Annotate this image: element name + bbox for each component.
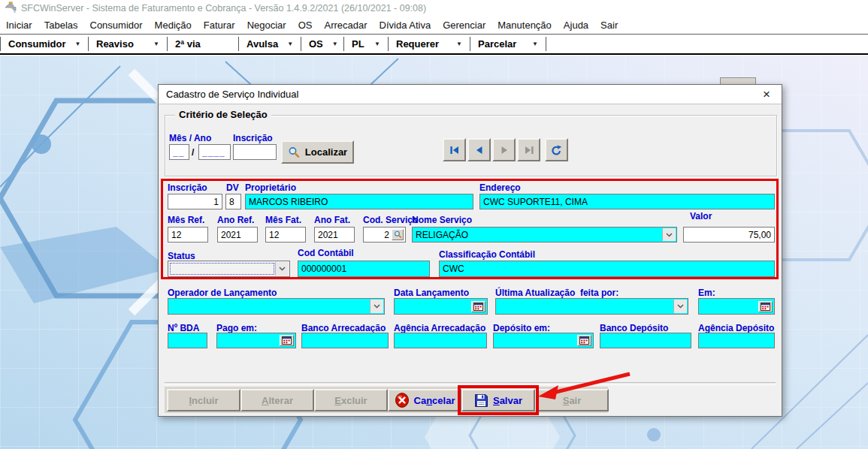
- deposito-em-label: Depósito em:: [493, 323, 550, 333]
- ultima-atualizacao-combobox[interactable]: [495, 298, 688, 315]
- close-button[interactable]: ×: [756, 85, 777, 104]
- dv-field[interactable]: 8: [225, 194, 241, 209]
- previous-record-icon: [474, 146, 485, 155]
- toolbar-button-consumidor[interactable]: Consumidor▼: [1, 35, 88, 53]
- agencia-deposito-field[interactable]: [698, 333, 775, 348]
- dropdown-arrow-icon: ▼: [456, 41, 462, 47]
- menu-item-manutencao[interactable]: Manutenção: [491, 17, 558, 33]
- dialog-title: Cadastro de Serviço Individual: [166, 89, 298, 100]
- dropdown-arrow-icon: ▼: [374, 41, 380, 47]
- combo-arrow-button[interactable]: [370, 300, 383, 313]
- toolbar-button-requerer[interactable]: Requerer▼: [389, 35, 470, 53]
- dropdown-arrow-icon: ▼: [332, 41, 338, 47]
- menu-item-consumidor[interactable]: Consumidor: [84, 17, 149, 33]
- menu-item-iniciar[interactable]: Iniciar: [0, 17, 38, 33]
- banco-deposito-field[interactable]: [600, 333, 691, 348]
- menu-item-os[interactable]: OS: [292, 17, 319, 33]
- mes-ano-label: Mês / Ano: [169, 133, 211, 143]
- nav-refresh-button[interactable]: [545, 138, 568, 161]
- combo-arrow-button[interactable]: [673, 300, 687, 313]
- focus-marquee: [170, 263, 274, 275]
- inscricao-field[interactable]: 1: [168, 194, 222, 209]
- deposito-em-field[interactable]: [493, 333, 594, 348]
- pago-em-field[interactable]: [216, 333, 296, 348]
- toolbar-button-avulsa[interactable]: Avulsa▼: [239, 35, 301, 53]
- calendar-button[interactable]: [758, 301, 773, 312]
- toolbar-button-parcelar[interactable]: Parcelar▼: [470, 35, 546, 53]
- menu-item-negociar[interactable]: Negociar: [241, 17, 292, 33]
- toolbar-button-pl[interactable]: PL▼: [344, 35, 388, 53]
- mes-ref-label: Mês Ref.: [168, 215, 204, 225]
- criteria-legend: Critério de Seleção: [175, 109, 271, 120]
- separator-line: [165, 382, 776, 385]
- menu-item-sair[interactable]: Sair: [594, 17, 624, 33]
- last-record-icon: [524, 146, 534, 155]
- n-bda-field[interactable]: [168, 333, 207, 348]
- nav-last-button[interactable]: [517, 138, 540, 161]
- agencia-arrecadacao-field[interactable]: [394, 333, 487, 348]
- nav-first-button[interactable]: [443, 138, 466, 161]
- nome-servico-combobox[interactable]: RELIGAÇÃO: [412, 227, 677, 243]
- alterar-button[interactable]: Alterar: [240, 389, 314, 411]
- proprietario-field[interactable]: MARCOS RIBEIRO: [245, 194, 473, 209]
- combo-arrow-button[interactable]: [662, 228, 676, 241]
- menu-item-ajuda[interactable]: Ajuda: [558, 17, 594, 33]
- calendar-icon: [473, 303, 483, 311]
- slash-separator: /: [192, 147, 194, 158]
- cancelar-button[interactable]: Cancelar: [388, 389, 461, 411]
- endereco-field[interactable]: CWC SUPORTE11, CIMA: [479, 194, 775, 209]
- menu-item-divida-ativa[interactable]: Dívida Ativa: [374, 17, 437, 33]
- cod-servico-lookup-button[interactable]: [392, 229, 404, 240]
- mes-fat-field[interactable]: 12: [265, 227, 306, 243]
- nome-servico-label: Nome Serviço: [412, 215, 472, 225]
- calendar-button[interactable]: [577, 335, 591, 346]
- classificacao-contabil-field[interactable]: CWC: [439, 261, 775, 277]
- cancel-icon: [395, 393, 410, 408]
- menu-item-arrecadar[interactable]: Arrecadar: [318, 17, 373, 33]
- em-field[interactable]: [698, 298, 775, 315]
- n-bda-label: Nº BDA: [168, 323, 199, 333]
- ano-ref-field[interactable]: 2021: [217, 227, 258, 243]
- banco-deposito-label: Banco Depósito: [600, 323, 668, 333]
- banco-arrecadacao-field[interactable]: [301, 333, 389, 348]
- ano-criteria-input[interactable]: ____: [198, 144, 231, 160]
- ano-fat-field[interactable]: 2021: [314, 227, 355, 243]
- menu-item-medicao[interactable]: Medição: [149, 17, 198, 33]
- status-combobox[interactable]: [168, 261, 290, 277]
- calendar-button[interactable]: [280, 335, 294, 346]
- dropdown-arrow-icon: ▼: [532, 41, 538, 47]
- menu-item-gerenciar[interactable]: Gerenciar: [437, 17, 491, 33]
- inscricao-criteria-input[interactable]: [233, 144, 277, 160]
- menu-item-faturar[interactable]: Faturar: [198, 17, 241, 33]
- mes-ref-field[interactable]: 12: [168, 227, 208, 243]
- localizar-button[interactable]: Localizar: [281, 140, 354, 164]
- ultima-atualizacao-label: Última Atualização feita por:: [495, 288, 618, 298]
- menu-item-tabelas[interactable]: Tabelas: [38, 17, 84, 33]
- inscricao-label: Inscrição: [168, 182, 207, 193]
- mes-criteria-input[interactable]: __: [169, 144, 189, 160]
- operador-combobox[interactable]: [168, 298, 385, 315]
- chevron-down-icon: [279, 267, 286, 271]
- calendar-button[interactable]: [471, 301, 485, 312]
- dv-label: DV: [226, 182, 239, 193]
- nav-next-button[interactable]: [492, 138, 516, 161]
- combo-arrow-button[interactable]: [275, 262, 289, 276]
- dropdown-arrow-icon: ▼: [153, 41, 159, 47]
- data-lancamento-field[interactable]: [394, 298, 488, 315]
- endereco-label: Endereço: [479, 182, 521, 193]
- excluir-button[interactable]: Excluir: [314, 389, 388, 411]
- mes-fat-label: Mês Fat.: [265, 215, 301, 225]
- sair-button[interactable]: Sair: [535, 389, 609, 411]
- salvar-button[interactable]: Salvar: [461, 389, 535, 411]
- incluir-button[interactable]: Incluir: [167, 389, 240, 411]
- valor-field[interactable]: 75,00: [683, 227, 775, 243]
- cod-servico-field[interactable]: 2: [363, 227, 406, 243]
- pago-em-label: Pago em:: [216, 323, 257, 333]
- calendar-icon: [282, 336, 292, 345]
- ano-fat-label: Ano Fat.: [314, 215, 350, 225]
- nav-previous-button[interactable]: [467, 138, 491, 161]
- toolbar-button-os[interactable]: OS▼: [301, 35, 343, 53]
- toolbar-button-reaviso[interactable]: Reaviso▼: [89, 35, 167, 53]
- toolbar-button-segunda-via[interactable]: 2ª via: [168, 35, 226, 53]
- cod-contabil-field[interactable]: 000000001: [298, 261, 430, 277]
